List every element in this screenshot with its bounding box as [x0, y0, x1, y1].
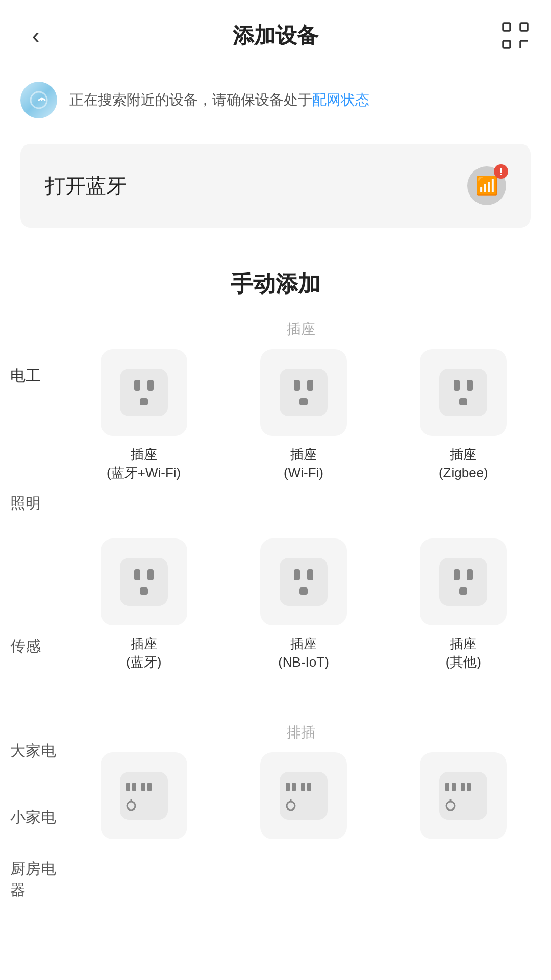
- power-strip-row: [71, 752, 536, 848]
- svg-rect-18: [120, 558, 168, 606]
- svg-rect-33: [126, 783, 130, 791]
- svg-rect-0: [503, 23, 510, 31]
- category-sidebar: 电工 照明 传感 大家电 小家电 厨房电器: [0, 320, 66, 973]
- bluetooth-label: 打开蓝牙: [45, 172, 127, 200]
- sidebar-item-small-appliance[interactable]: 小家电: [0, 784, 66, 850]
- device-name: 插座(蓝牙+Wi-Fi): [107, 445, 181, 482]
- device-icon-box: [101, 752, 187, 839]
- device-outlet-bluetooth[interactable]: 插座(蓝牙): [71, 538, 216, 672]
- outlet-icon: [116, 554, 172, 610]
- svg-rect-37: [280, 772, 328, 820]
- power-strip-icon: [116, 768, 172, 824]
- device-power-strip-2[interactable]: [231, 752, 375, 848]
- svg-rect-35: [141, 783, 145, 791]
- device-power-strip-3[interactable]: [391, 752, 536, 848]
- appliance-spacer: [71, 692, 536, 723]
- device-name: 插座(其他): [446, 634, 481, 672]
- svg-rect-48: [452, 783, 456, 791]
- svg-rect-10: [280, 369, 328, 416]
- svg-rect-8: [147, 380, 154, 391]
- device-outlet-zigbee[interactable]: 插座(Zigbee): [391, 349, 536, 482]
- svg-rect-36: [147, 783, 152, 791]
- sidebar-item-lighting[interactable]: 照明: [0, 432, 66, 575]
- device-outlet-bt-wifi[interactable]: 插座(蓝牙+Wi-Fi): [71, 349, 216, 482]
- lighting-spacer: [71, 503, 536, 538]
- svg-rect-44: [439, 772, 487, 820]
- svg-rect-22: [280, 558, 328, 606]
- device-outlet-nbiot[interactable]: 插座(NB-IoT): [231, 538, 375, 672]
- svg-rect-30: [120, 772, 168, 820]
- search-text: 正在搜索附近的设备，请确保设备处于配网状态: [69, 89, 369, 111]
- bluetooth-icon-wrap: 📶 !: [467, 166, 506, 205]
- outlet-icon: [276, 554, 332, 610]
- sidebar-item-kitchen[interactable]: 厨房电器: [0, 850, 66, 973]
- outlet-icon: [116, 364, 172, 421]
- device-power-strip-1[interactable]: [71, 752, 216, 848]
- svg-rect-27: [454, 569, 460, 580]
- main-content: 电工 照明 传感 大家电 小家电 厨房电器 插座: [0, 320, 551, 980]
- svg-rect-41: [292, 783, 296, 791]
- device-name: 插座(NB-IoT): [278, 634, 329, 672]
- svg-rect-7: [134, 380, 140, 391]
- svg-rect-40: [286, 783, 290, 791]
- outlet-icon: [435, 554, 491, 610]
- scan-button[interactable]: [500, 20, 531, 51]
- scan-icon: [502, 22, 529, 49]
- kitchen-label: 厨房电器: [10, 859, 66, 900]
- device-icon-box: [101, 349, 187, 436]
- device-name: 插座(Wi-Fi): [284, 445, 323, 482]
- svg-rect-25: [299, 587, 308, 595]
- svg-rect-49: [461, 783, 465, 791]
- svg-rect-9: [140, 398, 148, 405]
- device-name: 插座(Zigbee): [439, 445, 488, 482]
- svg-rect-16: [467, 380, 473, 391]
- svg-rect-11: [294, 380, 300, 391]
- svg-rect-26: [439, 558, 487, 606]
- svg-rect-12: [307, 380, 313, 391]
- sensor-label: 传感: [10, 636, 41, 657]
- device-outlet-wifi[interactable]: 插座(Wi-Fi): [231, 349, 375, 482]
- outlet-row-1: 插座(蓝牙+Wi-Fi) 插座(Wi-Fi): [71, 349, 536, 482]
- device-name: 插座(蓝牙): [126, 634, 161, 672]
- svg-rect-14: [439, 369, 487, 416]
- device-icon-box: [260, 538, 347, 625]
- svg-rect-23: [294, 569, 300, 580]
- svg-rect-19: [134, 569, 140, 580]
- svg-rect-21: [140, 587, 148, 595]
- bluetooth-symbol-icon: 📶: [475, 175, 498, 197]
- network-config-link[interactable]: 配网状态: [312, 92, 369, 108]
- page-title: 添加设备: [233, 21, 318, 50]
- section-divider: [20, 243, 531, 243]
- svg-rect-2: [503, 41, 510, 48]
- svg-rect-42: [301, 783, 305, 791]
- back-button[interactable]: ‹: [20, 20, 51, 51]
- search-spinner-icon: [20, 82, 57, 118]
- sidebar-item-sensor[interactable]: 传感: [0, 575, 66, 718]
- svg-rect-47: [445, 783, 449, 791]
- bluetooth-error-badge: !: [494, 164, 508, 179]
- search-status-bar: 正在搜索附近的设备，请确保设备处于配网状态: [0, 66, 551, 134]
- outlet-category-label: 插座: [71, 320, 536, 339]
- power-strip-icon: [276, 768, 332, 824]
- device-outlet-other[interactable]: 插座(其他): [391, 538, 536, 672]
- svg-rect-1: [520, 23, 528, 31]
- header: ‹ 添加设备: [0, 0, 551, 66]
- device-grid-area: 插座 插座(蓝牙+Wi-Fi): [66, 320, 551, 973]
- device-icon-box: [420, 349, 507, 436]
- svg-rect-6: [120, 369, 168, 416]
- svg-rect-29: [459, 587, 467, 595]
- sidebar-item-electrician[interactable]: 电工: [0, 320, 66, 432]
- svg-rect-17: [459, 398, 467, 405]
- device-icon-box: [260, 752, 347, 839]
- svg-rect-13: [299, 398, 308, 405]
- search-description: 正在搜索附近的设备，请确保设备处于配网状态: [69, 92, 369, 108]
- device-icon-box: [420, 752, 507, 839]
- svg-rect-20: [147, 569, 154, 580]
- power-strip-category-label: 排插: [71, 723, 536, 742]
- wifi-search-icon: [29, 90, 49, 110]
- back-icon: ‹: [32, 23, 40, 48]
- svg-rect-34: [132, 783, 136, 791]
- sidebar-item-large-appliance[interactable]: 大家电: [0, 718, 66, 784]
- svg-rect-24: [307, 569, 313, 580]
- bluetooth-card[interactable]: 打开蓝牙 📶 !: [20, 144, 531, 228]
